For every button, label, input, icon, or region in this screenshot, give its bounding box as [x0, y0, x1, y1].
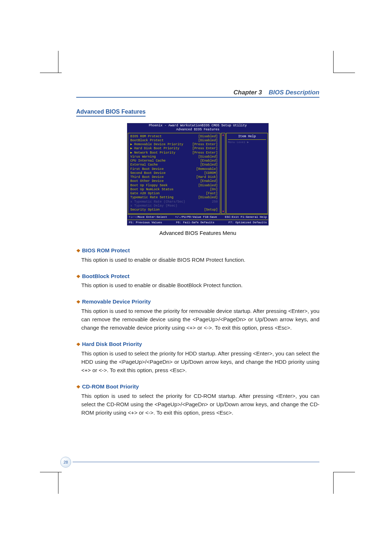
bios-row: Typematic Rate Setting[Disabled]: [130, 196, 218, 200]
crop-mark: [58, 51, 58, 73]
bios-row-value: [Press Enter]: [192, 147, 218, 151]
bios-row-value: [Setup]: [204, 208, 218, 212]
content-item: ❖BootBlock ProtectThis option is used to…: [76, 272, 319, 290]
item-body: This option is used to select the priori…: [76, 392, 319, 417]
bios-row-label: ▶ Hard Disk Boot Priority: [130, 147, 179, 151]
bios-row-value: [Disabled]: [198, 184, 218, 188]
bios-row: Virus Warning[Disabled]: [130, 155, 218, 159]
bios-row-label: x Typematic Rate (Chars/Sec): [130, 200, 185, 204]
item-heading: ❖BootBlock Protect: [76, 272, 319, 280]
bios-row: First Boot Device[Removable]: [130, 167, 218, 171]
bios-row: x Typematic Delay (Msec): [130, 204, 218, 208]
bios-row: Third Boot Device[Hard Disk]: [130, 175, 218, 179]
content-item: ❖BIOS ROM ProtectThis option is used to …: [76, 246, 319, 264]
content-item: ❖Hard Disk Boot PriorityThis option is u…: [76, 340, 319, 374]
chapter-title: BIOS Description: [264, 89, 319, 96]
bios-row-value: [Removable]: [196, 167, 218, 171]
item-body: This option is used to select the priori…: [76, 349, 319, 375]
bios-row-label: ▶ Network Boot Priority: [130, 151, 175, 155]
bios-row: ▶ Network Boot Priority[Press Enter]: [130, 151, 218, 155]
bios-row-value: [Enabled]: [200, 159, 218, 163]
item-heading-text: Hard Disk Boot Priority: [82, 341, 142, 347]
item-help-label: Item Help: [228, 135, 266, 140]
bios-row-label: Security Option: [130, 208, 160, 212]
bios-row-value: [On]: [210, 188, 218, 192]
bios-row-value: [Press Enter]: [192, 143, 218, 147]
item-heading: ❖Removable Device Priority: [76, 297, 319, 306]
bios-row: CPU Internal Cache[Enabled]: [130, 159, 218, 163]
footer-rule: [73, 462, 319, 462]
bios-title-line1: Phoenix - Award WorkstationBIOS CMOS Set…: [127, 124, 268, 128]
bios-row-label: Gate A20 Option: [130, 192, 160, 196]
section-title: Advanced BIOS Features: [76, 109, 146, 117]
crop-mark: [333, 472, 355, 472]
bios-row-label: Second Boot Device: [130, 171, 166, 175]
crop-mark: [40, 472, 62, 472]
bullet-diamond-icon: ❖: [76, 299, 81, 305]
scroll-up-icon: ▲: [222, 133, 224, 137]
scroll-down-icon: ▼: [222, 210, 224, 213]
bios-footer: F5: Previous Values F6: Fail-Safe Defaul…: [127, 220, 268, 225]
page-number: 28: [64, 460, 68, 464]
crop-mark: [333, 73, 355, 73]
bios-row-label: First Boot Device: [130, 167, 164, 171]
bullet-diamond-icon: ❖: [76, 342, 81, 347]
bios-row-value: [Disabled]: [198, 139, 218, 143]
bios-row: Gate A20 Option[Fast]: [130, 192, 218, 196]
bios-row-value: [Enabled]: [200, 179, 218, 183]
bios-row-label: Boot Other Device: [130, 179, 164, 183]
item-heading-text: BootBlock Protect: [82, 273, 130, 279]
page-content: Chapter 3 BIOS Description Advanced BIOS…: [76, 89, 319, 425]
bios-option-list: BIOS ROM Protect[Disabled]BootBlock Prot…: [128, 133, 220, 214]
crop-mark: [333, 472, 334, 494]
items-container: ❖BIOS ROM ProtectThis option is used to …: [76, 246, 319, 417]
bios-scrollbar: ▲ ▼: [221, 133, 225, 214]
bios-row-label: Typematic Rate Setting: [130, 196, 173, 200]
bios-row-label: BIOS ROM Protect: [130, 135, 162, 139]
bios-row-value: [Enabled]: [200, 163, 218, 167]
item-heading-text: Removable Device Priority: [82, 298, 151, 305]
bios-row-label: External Cache: [130, 163, 158, 167]
bios-row: BIOS ROM Protect[Disabled]: [130, 135, 218, 139]
item-body: This option is used to enable or disable…: [76, 281, 319, 289]
crop-mark: [40, 73, 62, 73]
bios-row: Boot Other Device[Enabled]: [130, 179, 218, 183]
bios-row-label: BootBlock Protect: [130, 139, 164, 143]
bullet-diamond-icon: ❖: [76, 248, 81, 253]
bios-row: ▶ Hard Disk Boot Priority[Press Enter]: [130, 147, 218, 151]
bios-body: BIOS ROM Protect[Disabled]BootBlock Prot…: [127, 133, 268, 215]
footer-hint: ↑↓←→:Move Enter:Select: [129, 215, 167, 219]
bios-row-label: Virus Warning: [130, 155, 156, 159]
chapter-label: Chapter 3: [233, 89, 262, 96]
bios-title: Phoenix - Award WorkstationBIOS CMOS Set…: [127, 123, 268, 133]
bullet-diamond-icon: ❖: [76, 274, 81, 279]
item-heading: ❖CD-ROM Boot Priority: [76, 382, 319, 391]
bios-row: x Typematic Rate (Chars/Sec)250: [130, 200, 218, 204]
bios-screenshot: Phoenix - Award WorkstationBIOS CMOS Set…: [127, 123, 269, 225]
bios-row: ▶ Removable Device Priority[Press Enter]: [130, 143, 218, 147]
footer-hint: F6: Fail-Safe Defaults: [176, 221, 215, 224]
bios-row-value: [CDROM]: [204, 171, 218, 175]
page-header: Chapter 3 BIOS Description: [76, 89, 319, 98]
figure-caption: Advanced BIOS Features Menu: [76, 230, 319, 236]
item-heading: ❖BIOS ROM Protect: [76, 246, 319, 254]
bios-row-label: CPU Internal Cache: [130, 159, 166, 163]
content-item: ❖CD-ROM Boot PriorityThis option is used…: [76, 382, 319, 417]
bios-row-label: x Typematic Delay (Msec): [130, 204, 177, 208]
content-item: ❖Removable Device PriorityThis option is…: [76, 297, 319, 332]
bios-row-value: [Disabled]: [198, 155, 218, 159]
footer-hint: F5: Previous Values: [129, 221, 162, 224]
footer-hint: F7: Optimized Defaults: [228, 221, 267, 224]
bios-row-label: ▶ Removable Device Priority: [130, 143, 183, 147]
bios-row-label: Boot Up NumLock Status: [130, 188, 173, 192]
item-body: This option is used to remove the priori…: [76, 307, 319, 332]
bios-row: Security Option[Setup]: [130, 208, 218, 212]
footer-hint: ESC:Exit F1:General Help: [225, 215, 267, 219]
bios-row-label: Third Boot Device: [130, 175, 164, 179]
bios-row: Boot Up Floppy Seek[Disabled]: [130, 184, 218, 188]
bios-row: Second Boot Device[CDROM]: [130, 171, 218, 175]
bios-footer: ↑↓←→:Move Enter:Select +/-/PU/PD:Value F…: [127, 214, 268, 220]
bios-title-line2: Advanced BIOS Features: [127, 128, 268, 132]
page-number-badge: 28: [60, 457, 71, 468]
crop-mark: [58, 472, 58, 494]
